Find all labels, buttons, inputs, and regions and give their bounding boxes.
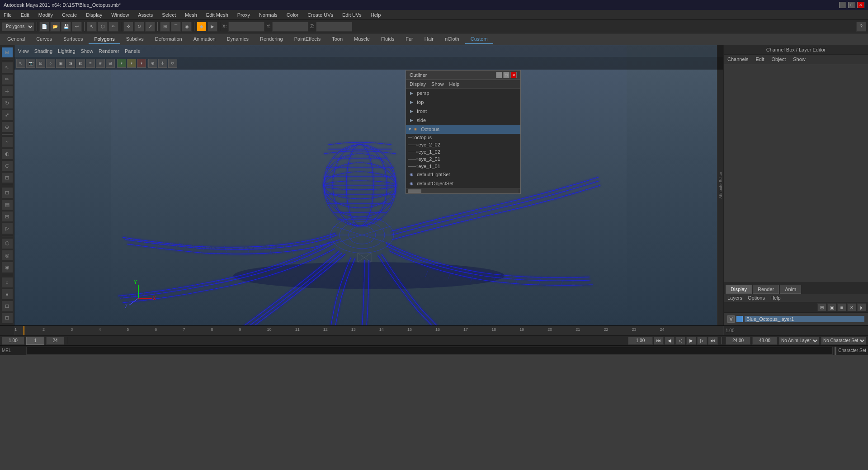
vp-tumble-btn[interactable]: ↻ xyxy=(168,59,177,68)
layers-menu-help[interactable]: Help xyxy=(770,295,781,301)
tab-deformation[interactable]: Deformation xyxy=(150,34,188,44)
save-scene-button[interactable]: 💾 xyxy=(61,22,71,32)
snap-toggle[interactable]: ⊡ xyxy=(1,187,13,198)
current-time-field[interactable] xyxy=(628,337,653,345)
layer-anim-btn[interactable]: ⏵ xyxy=(857,303,866,311)
char-set-selector[interactable]: No Character Set xyxy=(821,337,866,345)
layer-new-btn[interactable]: ⊞ xyxy=(817,303,826,311)
vp-show-menu[interactable]: Show xyxy=(81,48,94,54)
vp-shadow-btn[interactable]: ◑ xyxy=(66,59,75,68)
select-tool[interactable]: ↖ xyxy=(87,22,97,32)
lattice-btn[interactable]: ⊞ xyxy=(1,172,13,183)
start-frame-field[interactable] xyxy=(2,337,24,345)
menu-file[interactable]: File xyxy=(2,11,14,19)
list-item[interactable]: ——○ eye_2_02 xyxy=(406,141,520,148)
display-layer-btn[interactable]: ▤ xyxy=(1,199,13,210)
soft-mod-btn[interactable]: ~ xyxy=(1,136,13,147)
go-to-end-btn[interactable]: ⏭ xyxy=(708,337,718,345)
move-btn[interactable]: ✛ xyxy=(1,86,13,97)
tab-hair[interactable]: Hair xyxy=(419,34,439,44)
vp-view-menu[interactable]: View xyxy=(18,48,29,54)
range-start-field[interactable] xyxy=(726,337,750,345)
timeline-ruler[interactable]: 123456789101112131415161718192021222324 xyxy=(14,326,723,335)
ipr-btn[interactable]: ▷ xyxy=(1,223,13,234)
tab-fur[interactable]: Fur xyxy=(400,34,419,44)
sculpt-btn[interactable]: ◐ xyxy=(1,149,13,160)
tab-subdivs[interactable]: Subdivs xyxy=(121,34,149,44)
outliner-menu-show[interactable]: Show xyxy=(431,81,444,87)
select-mode-btn[interactable]: ↖ xyxy=(1,62,13,73)
list-item[interactable]: ▶ top xyxy=(406,98,520,107)
list-item[interactable]: ——○ eye_2_01 xyxy=(406,155,520,163)
layers-menu-options[interactable]: Options xyxy=(748,295,765,301)
list-item[interactable]: ——○ eye_1_01 xyxy=(406,163,520,170)
tab-dynamics[interactable]: Dynamics xyxy=(222,34,254,44)
list-item[interactable]: ▶ front xyxy=(406,107,520,116)
paint-select-btn[interactable]: ✏ xyxy=(1,74,13,85)
list-item[interactable]: ▶ side xyxy=(406,116,520,125)
tab-fluids[interactable]: Fluids xyxy=(376,34,400,44)
scale-tool[interactable]: ⤢ xyxy=(145,22,155,32)
vp-light3[interactable]: ☀ xyxy=(137,59,146,68)
layer-visibility-btn[interactable]: V xyxy=(727,315,735,323)
scale-btn[interactable]: ⤢ xyxy=(1,110,13,121)
maximize-button[interactable]: □ xyxy=(848,2,855,8)
vp-grid-btn[interactable]: # xyxy=(96,59,105,68)
tab-ncloth[interactable]: nCloth xyxy=(439,34,465,44)
scroll-thumb[interactable] xyxy=(408,189,421,193)
tab-animation[interactable]: Animation xyxy=(188,34,221,44)
vp-hud-btn[interactable]: ⊞ xyxy=(106,59,115,68)
undo-button[interactable]: ↩ xyxy=(72,22,82,32)
tab-rendering[interactable]: Rendering xyxy=(255,34,288,44)
menu-create-uvs[interactable]: Create UVs xyxy=(306,11,335,19)
cb-channels[interactable]: Channels xyxy=(727,56,748,62)
cb-edit[interactable]: Edit xyxy=(755,56,764,62)
vp-select-btn[interactable]: ↖ xyxy=(16,59,25,68)
outliner-menu-display[interactable]: Display xyxy=(410,81,426,87)
close-button[interactable]: ✕ xyxy=(857,2,864,8)
go-to-start-btn[interactable]: ⏮ xyxy=(654,337,664,345)
viewport[interactable]: View Shading Lighting Show Renderer Pane… xyxy=(14,45,723,325)
hide-btn[interactable]: ○ xyxy=(1,277,13,288)
render-region-btn[interactable]: ⊞ xyxy=(1,211,13,222)
play-back-btn[interactable]: ◁ xyxy=(675,337,685,345)
menu-help[interactable]: Help xyxy=(369,11,383,19)
z-field[interactable] xyxy=(316,22,352,32)
universal-manip-btn[interactable]: ⊕ xyxy=(1,122,13,132)
script-input-field[interactable] xyxy=(26,347,833,355)
menu-window[interactable]: Window xyxy=(109,11,131,19)
outliner-close-btn[interactable]: ✕ xyxy=(510,72,517,78)
layer-options-btn[interactable]: ≡ xyxy=(837,303,846,311)
y-field[interactable] xyxy=(272,22,308,32)
xray-btn[interactable]: ◎ xyxy=(1,250,13,261)
step-back-btn[interactable]: ◀ xyxy=(665,337,675,345)
vp-wireframe-btn[interactable]: ⊡ xyxy=(36,59,45,68)
vp-fog-btn[interactable]: ≡ xyxy=(86,59,95,68)
outliner-minimize-btn[interactable]: _ xyxy=(496,72,502,78)
play-fwd-btn[interactable]: ▶ xyxy=(686,337,696,345)
vp-light2[interactable]: ☀ xyxy=(127,59,136,68)
outliner-menu-help[interactable]: Help xyxy=(449,81,460,87)
x-field[interactable] xyxy=(228,22,264,32)
lasso-tool[interactable]: ⬡ xyxy=(98,22,108,32)
current-frame-field[interactable] xyxy=(26,337,44,345)
end-frame-field[interactable] xyxy=(46,337,64,345)
move-tool[interactable]: ✛ xyxy=(123,22,133,32)
vp-lighting-menu[interactable]: Lighting xyxy=(58,48,75,54)
tab-surfaces[interactable]: Surfaces xyxy=(58,34,88,44)
tab-painteffects[interactable]: PaintEffects xyxy=(289,34,326,44)
outliner-maximize-btn[interactable]: □ xyxy=(503,72,509,78)
open-scene-button[interactable]: 📂 xyxy=(50,22,60,32)
frame-selected-btn[interactable]: ⊡ xyxy=(1,301,13,311)
vp-ao-btn[interactable]: ◐ xyxy=(76,59,85,68)
list-item[interactable]: ▶ persp xyxy=(406,89,520,98)
vp-renderer-menu[interactable]: Renderer xyxy=(99,48,119,54)
frame-all-btn[interactable]: ⊞ xyxy=(1,313,13,324)
menu-edit[interactable]: Edit xyxy=(19,11,31,19)
layer-render-new-btn[interactable]: ▣ xyxy=(827,303,836,311)
vp-manip-btn[interactable]: ✛ xyxy=(158,59,167,68)
help-line-toggle[interactable]: ? xyxy=(856,22,866,32)
vp-textured-btn[interactable]: ▣ xyxy=(56,59,65,68)
list-item[interactable]: ◉ defaultObjectSet xyxy=(406,179,520,188)
rotate-tool[interactable]: ↻ xyxy=(134,22,144,32)
